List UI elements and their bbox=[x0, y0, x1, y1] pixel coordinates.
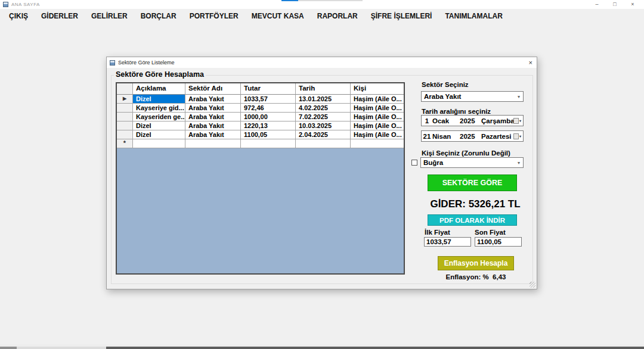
date-from-day: 1 bbox=[422, 117, 432, 124]
table-row: Kayseriye gid... Araba Yakıt 972,46 4.02… bbox=[117, 104, 404, 113]
table-cell[interactable]: Kayseriden ge... bbox=[133, 113, 185, 121]
table-cell[interactable]: Haşim (Aile O... bbox=[351, 113, 404, 121]
table-row: Dizel Araba Yakıt 1220,13 10.03.2025 Haş… bbox=[117, 121, 404, 130]
chevron-down-icon: ▾ bbox=[519, 119, 521, 123]
table-cell[interactable]: 1220,13 bbox=[241, 121, 296, 130]
table-cell[interactable]: Araba Yakıt bbox=[185, 113, 241, 121]
table-cell[interactable] bbox=[241, 139, 296, 148]
row-selector-arrow-icon[interactable]: ▶ bbox=[117, 95, 133, 104]
resize-grip[interactable] bbox=[530, 282, 535, 288]
chevron-down-icon: ▾ bbox=[518, 160, 520, 166]
menu-item-mevcut-kasa[interactable]: MEVCUT KASA bbox=[245, 9, 311, 23]
sector-listing-dialog: Sektöre Göre Listeleme × Sektöre Göre He… bbox=[106, 57, 537, 289]
table-cell[interactable]: 1000,00 bbox=[241, 113, 296, 121]
table-new-row: * bbox=[117, 139, 404, 148]
sector-select-dropdown[interactable]: Araba Yakıt ▾ bbox=[421, 91, 524, 102]
main-window-title: ANA SAYFA bbox=[11, 2, 40, 7]
pdf-download-button[interactable]: PDF OLARAK İNDİR bbox=[428, 214, 517, 226]
chevron-down-icon: ▾ bbox=[519, 134, 521, 138]
table-cell[interactable] bbox=[296, 139, 351, 148]
inflation-result-text: Enflasyon: % 6,43 bbox=[422, 273, 530, 281]
column-header-aciklama[interactable]: Açıklama bbox=[133, 83, 185, 95]
app-window-icon bbox=[3, 2, 8, 7]
taskbar[interactable] bbox=[0, 344, 644, 349]
row-selector[interactable] bbox=[117, 121, 133, 130]
column-header-kisi[interactable]: Kişi bbox=[351, 83, 404, 95]
table-cell[interactable]: 1033,57 bbox=[241, 95, 296, 104]
table-cell[interactable]: 2.04.2025 bbox=[296, 130, 351, 139]
close-icon[interactable]: × bbox=[624, 0, 642, 9]
table-cell[interactable]: 972,46 bbox=[241, 104, 296, 113]
table-cell[interactable]: Araba Yakıt bbox=[185, 121, 241, 130]
table-cell[interactable]: Araba Yakıt bbox=[185, 95, 241, 104]
row-header-corner[interactable] bbox=[117, 83, 133, 95]
table-cell[interactable]: Haşim (Aile O... bbox=[351, 130, 404, 139]
dialog-titlebar[interactable]: Sektöre Göre Listeleme × bbox=[107, 57, 537, 68]
date-from-year: 2025 bbox=[460, 117, 481, 124]
chevron-down-icon: ▾ bbox=[518, 94, 520, 99]
row-selector[interactable] bbox=[117, 113, 133, 121]
person-select-dropdown[interactable]: Buğra ▾ bbox=[420, 157, 524, 168]
menu-item-cikis[interactable]: ÇIKIŞ bbox=[2, 9, 35, 23]
date-to-month: Nisan bbox=[432, 133, 460, 140]
table-cell[interactable]: Dizel bbox=[133, 95, 185, 104]
loading-progress-bar bbox=[281, 0, 298, 1]
table-cell[interactable]: Dizel bbox=[133, 121, 185, 130]
sector-select-label: Sektör Seçiniz bbox=[422, 81, 469, 88]
first-price-input[interactable] bbox=[424, 237, 471, 247]
menu-item-borclar[interactable]: BORÇLAR bbox=[134, 9, 183, 23]
column-header-sektor-adi[interactable]: Sektör Adı bbox=[185, 83, 241, 95]
menu-bar: ÇIKIŞ GİDERLER GELİRLER BORÇLAR PORTFÖYL… bbox=[0, 9, 644, 23]
person-filter-checkbox[interactable] bbox=[411, 160, 417, 166]
taskbar-segment bbox=[106, 347, 644, 349]
column-header-tutar[interactable]: Tutar bbox=[241, 83, 296, 95]
date-to-picker[interactable]: 21 Nisan 2025 Pazartesi ▾ bbox=[421, 130, 524, 142]
table-cell[interactable]: 13.01.2025 bbox=[296, 95, 351, 104]
last-price-label: Son Fiyat bbox=[475, 229, 506, 236]
table-cell[interactable]: 7.02.2025 bbox=[296, 113, 351, 121]
menu-item-raporlar[interactable]: RAPORLAR bbox=[311, 9, 364, 23]
date-from-month: Ocak bbox=[432, 117, 460, 124]
table-cell[interactable]: Dizel bbox=[133, 130, 185, 139]
table-cell[interactable] bbox=[185, 139, 241, 148]
dialog-close-icon[interactable]: × bbox=[529, 58, 532, 67]
table-row: ▶ Dizel Araba Yakıt 1033,57 13.01.2025 H… bbox=[117, 95, 404, 104]
inflation-calculate-button[interactable]: Enflasyon Hesapla bbox=[438, 256, 514, 270]
total-expense-text: GİDER: 5326,21 TL bbox=[416, 198, 535, 210]
table-cell[interactable]: 4.02.2025 bbox=[296, 104, 351, 113]
table-cell[interactable]: Kayseriye gid... bbox=[133, 104, 185, 113]
last-price-input[interactable] bbox=[475, 237, 522, 247]
date-from-picker[interactable]: 1 Ocak 2025 Çarşamba ▾ bbox=[421, 115, 524, 126]
maximize-icon[interactable]: □ bbox=[606, 0, 624, 9]
table-cell[interactable]: Araba Yakıt bbox=[185, 104, 241, 113]
table-cell[interactable] bbox=[351, 139, 404, 148]
menu-item-giderler[interactable]: GİDERLER bbox=[35, 9, 85, 23]
date-to-day: 21 bbox=[422, 133, 432, 140]
menu-item-sifre-islemleri[interactable]: ŞİFRE İŞLEMLERİ bbox=[364, 9, 439, 23]
date-range-label: Tarih aralığını seçiniz bbox=[422, 108, 491, 115]
first-price-label: İlk Fiyat bbox=[425, 229, 450, 236]
sector-filter-button[interactable]: SEKTÖRE GÖRE bbox=[428, 174, 517, 191]
table-cell[interactable]: Araba Yakıt bbox=[185, 130, 241, 139]
table-cell[interactable] bbox=[133, 139, 185, 148]
calendar-icon bbox=[513, 133, 519, 139]
date-from-dropdown-button[interactable]: ▾ bbox=[513, 118, 521, 124]
row-selector[interactable] bbox=[117, 104, 133, 113]
date-to-year: 2025 bbox=[460, 133, 481, 140]
minimize-icon[interactable]: – bbox=[588, 0, 606, 9]
person-selected-value: Buğra bbox=[423, 159, 518, 166]
table-cell[interactable]: 1100,05 bbox=[241, 130, 296, 139]
table-cell[interactable]: 10.03.2025 bbox=[296, 121, 351, 130]
row-selector[interactable] bbox=[117, 130, 133, 139]
table-cell[interactable]: Haşim (Aile O... bbox=[351, 95, 404, 104]
menu-item-gelirler[interactable]: GELİRLER bbox=[85, 9, 134, 23]
taskbar-segment bbox=[0, 347, 17, 349]
table-cell[interactable]: Haşim (Aile O... bbox=[351, 121, 404, 130]
column-header-tarih[interactable]: Tarih bbox=[296, 83, 351, 95]
menu-item-portfoyler[interactable]: PORTFÖYLER bbox=[183, 9, 245, 23]
menu-item-tanimlamalar[interactable]: TANIMLAMALAR bbox=[438, 9, 509, 23]
date-from-weekday: Çarşamba bbox=[481, 117, 513, 124]
table-cell[interactable]: Haşim (Aile O... bbox=[351, 104, 404, 113]
date-to-dropdown-button[interactable]: ▾ bbox=[513, 133, 521, 139]
new-row-asterisk-icon[interactable]: * bbox=[117, 139, 133, 148]
